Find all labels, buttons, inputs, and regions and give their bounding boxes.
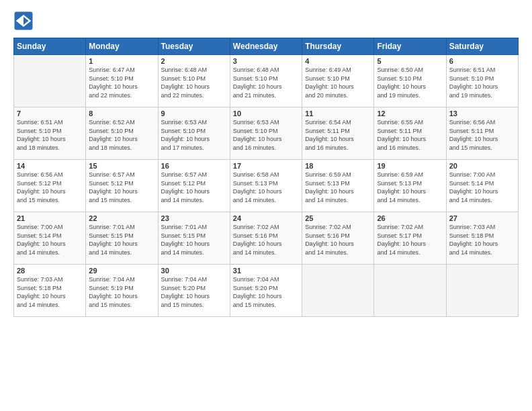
day-info: Sunrise: 6:53 AM Sunset: 5:10 PM Dayligh… [161,118,227,152]
calendar-cell: 27Sunrise: 7:03 AM Sunset: 5:18 PM Dayli… [446,212,518,265]
day-number: 18 [305,162,371,170]
day-number: 30 [161,267,227,275]
calendar-cell: 20Sunrise: 7:00 AM Sunset: 5:14 PM Dayli… [446,160,518,212]
calendar-header-row: SundayMondayTuesdayWednesdayThursdayFrid… [14,38,519,55]
calendar-cell: 6Sunrise: 6:51 AM Sunset: 5:10 PM Daylig… [446,55,518,107]
day-info: Sunrise: 6:55 AM Sunset: 5:11 PM Dayligh… [377,118,443,152]
day-number: 6 [449,57,515,65]
day-number: 8 [89,109,154,118]
day-info: Sunrise: 6:47 AM Sunset: 5:10 PM Dayligh… [89,66,154,99]
day-number: 11 [305,109,371,118]
calendar-cell: 26Sunrise: 7:02 AM Sunset: 5:17 PM Dayli… [374,212,446,265]
day-number: 2 [161,57,227,65]
day-number: 17 [233,162,299,170]
day-of-week-header: Wednesday [230,38,302,55]
calendar-cell: 23Sunrise: 7:01 AM Sunset: 5:15 PM Dayli… [158,212,230,265]
day-info: Sunrise: 7:04 AM Sunset: 5:19 PM Dayligh… [89,275,154,309]
day-info: Sunrise: 6:56 AM Sunset: 5:11 PM Dayligh… [449,118,515,152]
day-info: Sunrise: 6:49 AM Sunset: 5:10 PM Dayligh… [305,66,371,99]
day-number: 7 [17,109,83,118]
day-info: Sunrise: 6:48 AM Sunset: 5:10 PM Dayligh… [161,66,227,99]
calendar-cell: 14Sunrise: 6:56 AM Sunset: 5:12 PM Dayli… [14,160,86,212]
day-number: 31 [233,267,299,275]
day-number: 1 [89,57,154,65]
header [13,11,519,31]
day-info: Sunrise: 7:02 AM Sunset: 5:16 PM Dayligh… [233,223,299,257]
calendar-cell: 22Sunrise: 7:01 AM Sunset: 5:15 PM Dayli… [86,212,158,265]
day-number: 27 [449,214,515,222]
calendar-cell: 8Sunrise: 6:52 AM Sunset: 5:10 PM Daylig… [86,107,158,160]
day-info: Sunrise: 6:51 AM Sunset: 5:10 PM Dayligh… [449,66,515,99]
day-of-week-header: Monday [86,38,158,55]
day-info: Sunrise: 6:59 AM Sunset: 5:13 PM Dayligh… [305,171,371,204]
calendar-week-row: 21Sunrise: 7:00 AM Sunset: 5:14 PM Dayli… [14,212,519,265]
calendar-cell: 18Sunrise: 6:59 AM Sunset: 5:13 PM Dayli… [302,160,374,212]
day-number: 19 [377,162,443,170]
day-number: 4 [305,57,371,65]
day-info: Sunrise: 7:00 AM Sunset: 5:14 PM Dayligh… [449,171,515,204]
calendar-cell: 4Sunrise: 6:49 AM Sunset: 5:10 PM Daylig… [302,55,374,107]
day-number: 28 [17,267,83,275]
day-info: Sunrise: 7:03 AM Sunset: 5:18 PM Dayligh… [449,223,515,257]
calendar-cell: 17Sunrise: 6:58 AM Sunset: 5:13 PM Dayli… [230,160,302,212]
day-of-week-header: Thursday [302,38,374,55]
day-number: 20 [449,162,515,170]
day-number: 13 [449,109,515,118]
calendar-cell: 10Sunrise: 6:53 AM Sunset: 5:10 PM Dayli… [230,107,302,160]
day-info: Sunrise: 6:57 AM Sunset: 5:12 PM Dayligh… [161,171,227,204]
calendar-table: SundayMondayTuesdayWednesdayThursdayFrid… [13,38,519,317]
calendar-cell: 5Sunrise: 6:50 AM Sunset: 5:10 PM Daylig… [374,55,446,107]
day-number: 15 [89,162,154,170]
day-info: Sunrise: 6:59 AM Sunset: 5:13 PM Dayligh… [377,171,443,204]
day-number: 12 [377,109,443,118]
calendar-cell [302,265,374,317]
day-info: Sunrise: 6:58 AM Sunset: 5:13 PM Dayligh… [233,171,299,204]
day-info: Sunrise: 7:02 AM Sunset: 5:16 PM Dayligh… [305,223,371,257]
day-number: 14 [17,162,83,170]
calendar-cell [446,265,518,317]
logo-icon [13,11,34,31]
calendar-cell: 16Sunrise: 6:57 AM Sunset: 5:12 PM Dayli… [158,160,230,212]
day-info: Sunrise: 7:03 AM Sunset: 5:18 PM Dayligh… [17,275,83,309]
day-number: 21 [17,214,83,222]
day-number: 24 [233,214,299,222]
day-info: Sunrise: 6:51 AM Sunset: 5:10 PM Dayligh… [17,118,83,152]
calendar-cell: 11Sunrise: 6:54 AM Sunset: 5:11 PM Dayli… [302,107,374,160]
calendar-cell: 2Sunrise: 6:48 AM Sunset: 5:10 PM Daylig… [158,55,230,107]
calendar-week-row: 28Sunrise: 7:03 AM Sunset: 5:18 PM Dayli… [14,265,519,317]
day-info: Sunrise: 6:52 AM Sunset: 5:10 PM Dayligh… [89,118,154,152]
calendar-week-row: 14Sunrise: 6:56 AM Sunset: 5:12 PM Dayli… [14,160,519,212]
calendar-cell [14,55,86,107]
calendar-week-row: 1Sunrise: 6:47 AM Sunset: 5:10 PM Daylig… [14,55,519,107]
day-info: Sunrise: 6:57 AM Sunset: 5:12 PM Dayligh… [89,171,154,204]
day-number: 25 [305,214,371,222]
calendar-cell [374,265,446,317]
day-info: Sunrise: 6:48 AM Sunset: 5:10 PM Dayligh… [233,66,299,99]
day-number: 10 [233,109,299,118]
day-info: Sunrise: 6:54 AM Sunset: 5:11 PM Dayligh… [305,118,371,152]
day-info: Sunrise: 7:04 AM Sunset: 5:20 PM Dayligh… [161,275,227,309]
calendar-week-row: 7Sunrise: 6:51 AM Sunset: 5:10 PM Daylig… [14,107,519,160]
day-of-week-header: Saturday [446,38,518,55]
day-info: Sunrise: 6:56 AM Sunset: 5:12 PM Dayligh… [17,171,83,204]
calendar-cell: 29Sunrise: 7:04 AM Sunset: 5:19 PM Dayli… [86,265,158,317]
page: SundayMondayTuesdayWednesdayThursdayFrid… [0,0,532,411]
day-number: 5 [377,57,443,65]
day-info: Sunrise: 7:01 AM Sunset: 5:15 PM Dayligh… [89,223,154,257]
calendar-cell: 24Sunrise: 7:02 AM Sunset: 5:16 PM Dayli… [230,212,302,265]
calendar-cell: 7Sunrise: 6:51 AM Sunset: 5:10 PM Daylig… [14,107,86,160]
logo [13,11,36,31]
day-number: 26 [377,214,443,222]
calendar-cell: 19Sunrise: 6:59 AM Sunset: 5:13 PM Dayli… [374,160,446,212]
day-number: 3 [233,57,299,65]
day-info: Sunrise: 6:53 AM Sunset: 5:10 PM Dayligh… [233,118,299,152]
day-info: Sunrise: 7:04 AM Sunset: 5:20 PM Dayligh… [233,275,299,309]
calendar-cell: 21Sunrise: 7:00 AM Sunset: 5:14 PM Dayli… [14,212,86,265]
day-info: Sunrise: 7:01 AM Sunset: 5:15 PM Dayligh… [161,223,227,257]
day-info: Sunrise: 7:02 AM Sunset: 5:17 PM Dayligh… [377,223,443,257]
calendar-cell: 1Sunrise: 6:47 AM Sunset: 5:10 PM Daylig… [86,55,158,107]
calendar-cell: 31Sunrise: 7:04 AM Sunset: 5:20 PM Dayli… [230,265,302,317]
calendar-cell: 13Sunrise: 6:56 AM Sunset: 5:11 PM Dayli… [446,107,518,160]
calendar-cell: 3Sunrise: 6:48 AM Sunset: 5:10 PM Daylig… [230,55,302,107]
day-number: 23 [161,214,227,222]
